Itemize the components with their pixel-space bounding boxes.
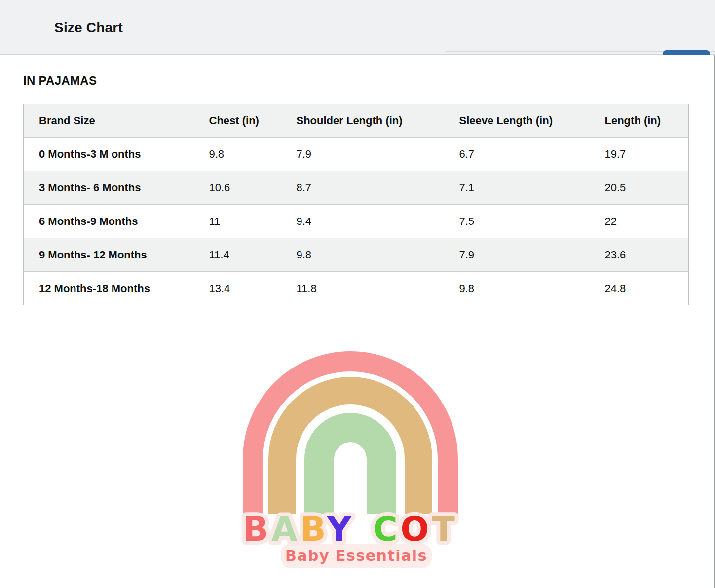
row-label-cell: 3 Months- 6 Months — [24, 171, 203, 205]
row-label-cell: 12 Months-18 Months — [24, 272, 203, 305]
value-cell: 6.7 — [453, 138, 599, 171]
modal-header: Size Chart — [0, 0, 715, 55]
column-header-sleeve-length: Sleeve Length (in) — [453, 104, 599, 138]
value-cell: 9.8 — [203, 138, 290, 171]
header-row: Brand Size Chest (in) Shoulder Length (i… — [24, 104, 689, 138]
value-cell: 7.9 — [290, 138, 453, 171]
column-header-shoulder-length: Shoulder Length (in) — [290, 104, 453, 138]
value-cell: 9.8 — [453, 272, 599, 305]
table-row: 0 Months-3 M onths9.87.96.719.7 — [24, 138, 689, 171]
size-table-header: Brand Size Chest (in) Shoulder Length (i… — [24, 104, 689, 138]
row-label-cell: 9 Months- 12 Months — [24, 238, 203, 272]
size-table-body: 0 Months-3 M onths9.87.96.719.73 Months-… — [24, 138, 689, 305]
value-cell: 19.7 — [599, 138, 689, 171]
column-header-length: Length (in) — [599, 104, 689, 138]
brand-name-text: BABYCOT — [243, 510, 458, 549]
value-cell: 7.1 — [453, 171, 599, 205]
column-header-chest: Chest (in) — [203, 104, 290, 138]
table-row: 12 Months-18 Months13.411.89.824.8 — [24, 272, 689, 305]
table-row: 3 Months- 6 Months10.68.77.120.5 — [24, 171, 689, 205]
value-cell: 8.7 — [290, 171, 453, 205]
scrollbar-thumb[interactable] — [714, 55, 715, 588]
section-heading: IN PAJAMAS — [23, 74, 97, 88]
value-cell: 22 — [599, 205, 689, 238]
table-row: 6 Months-9 Months119.47.522 — [24, 205, 689, 238]
value-cell: 13.4 — [203, 272, 290, 305]
row-label-cell: 6 Months-9 Months — [24, 205, 203, 238]
value-cell: 11.4 — [203, 238, 290, 272]
rainbow-inner-arc — [304, 413, 396, 514]
baby-cot-logo: BABYCOT Baby Essentials — [222, 340, 484, 575]
table-row: 9 Months- 12 Months11.49.87.923.6 — [24, 238, 689, 272]
value-cell: 11 — [203, 205, 290, 238]
column-header-brand-size: Brand Size — [24, 104, 203, 138]
value-cell: 9.4 — [290, 205, 453, 238]
row-label-cell: 0 Months-3 M onths — [24, 138, 203, 171]
value-cell: 11.8 — [290, 272, 453, 305]
value-cell: 10.6 — [203, 171, 290, 205]
value-cell: 24.8 — [599, 272, 689, 305]
size-table: Brand Size Chest (in) Shoulder Length (i… — [23, 104, 689, 305]
partially-visible-blue-button[interactable] — [663, 50, 710, 55]
value-cell: 7.5 — [453, 205, 599, 238]
value-cell: 23.6 — [599, 238, 689, 272]
rainbow-middle-arc — [268, 377, 432, 514]
size-chart-content: IN PAJAMAS Brand Size Chest (in) Shoulde… — [0, 55, 715, 588]
page-title: Size Chart — [54, 20, 123, 36]
value-cell: 9.8 — [290, 238, 453, 272]
value-cell: 7.9 — [453, 238, 599, 272]
tagline-text: Baby Essentials — [285, 547, 427, 564]
value-cell: 20.5 — [599, 171, 689, 205]
